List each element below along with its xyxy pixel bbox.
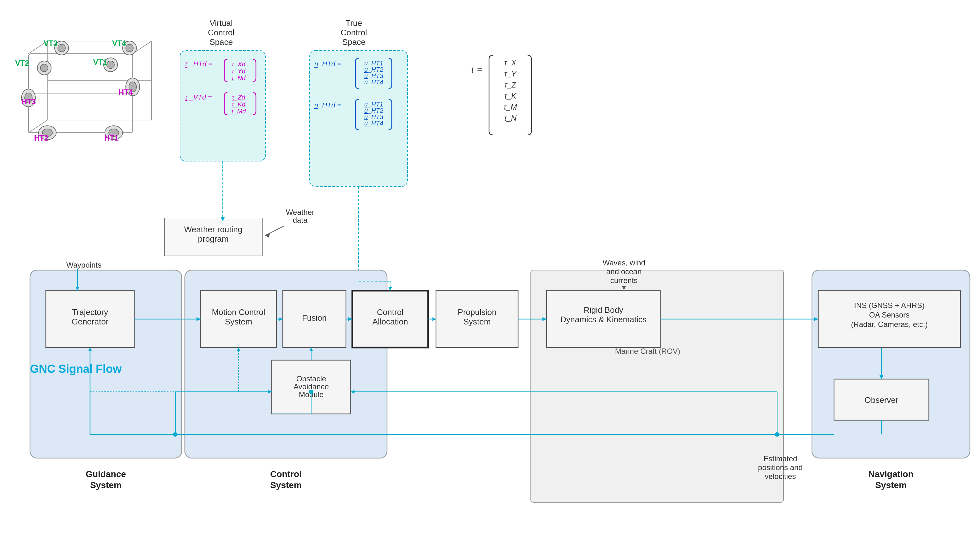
svg-point-13 [126,44,133,52]
svg-rect-95 [436,291,518,347]
svg-text:Control: Control [340,28,367,37]
svg-rect-98 [531,270,783,502]
svg-rect-78 [185,270,387,458]
svg-text:Space: Space [342,37,366,47]
svg-text:GNC Signal Flow: GNC Signal Flow [30,362,122,375]
svg-text:(Radar, Cameras, etc.): (Radar, Cameras, etc.) [851,320,928,328]
svg-text:System: System [90,480,122,490]
svg-text:Allocation: Allocation [372,317,408,327]
svg-rect-91 [272,360,351,414]
diagram-svg: VT3 VT4 VT1 VT2 HT3 HT4 HT1 HT2 Virtual … [0,0,980,545]
svg-text:Rigid Body: Rigid Body [584,305,623,315]
svg-point-21 [129,82,137,92]
svg-text:System: System [875,480,907,490]
svg-point-11 [58,44,65,52]
svg-text:HT3: HT3 [21,97,36,106]
svg-marker-151 [309,347,313,351]
svg-text:τ_Y: τ_Y [504,70,517,78]
svg-text:positions and: positions and [758,463,802,472]
svg-text:u_HT1: u_HT1 [364,101,383,108]
svg-text:Marine Craft (ROV): Marine Craft (ROV) [615,347,681,355]
svg-text:True: True [345,18,363,28]
svg-point-24 [38,126,56,140]
svg-marker-118 [75,287,79,291]
svg-text:HT2: HT2 [34,134,48,142]
svg-text:u_HT2: u_HT2 [364,66,383,73]
svg-text:Dynamics & Kinematics: Dynamics & Kinematics [560,315,646,324]
svg-rect-99 [547,291,660,347]
svg-text:τ_M: τ_M [504,103,517,111]
svg-marker-143 [88,347,92,351]
svg-marker-75 [221,217,224,221]
svg-text:VT4: VT4 [112,39,126,48]
svg-text:Propulsion: Propulsion [458,308,496,317]
svg-rect-67 [164,218,262,256]
svg-rect-0 [29,54,133,133]
svg-rect-88 [352,291,428,347]
svg-rect-103 [818,291,961,347]
svg-text:Obstacle: Obstacle [296,374,326,383]
svg-text:Waypoints: Waypoints [66,261,102,269]
svg-point-146 [775,432,780,437]
svg-text:Waves, wind: Waves, wind [603,258,645,267]
svg-text:velocities: velocities [765,472,796,481]
svg-text:Virtual: Virtual [210,18,232,28]
svg-point-10 [55,41,68,55]
svg-point-152 [309,390,313,394]
svg-text:VT1: VT1 [93,58,107,66]
svg-text:Trajectory: Trajectory [72,308,108,317]
svg-rect-77 [30,270,181,458]
svg-text:and ocean: and ocean [606,267,642,276]
svg-text:VT3: VT3 [44,39,57,48]
svg-marker-140 [880,375,883,379]
svg-marker-130 [278,317,283,321]
svg-text:τ =: τ = [471,64,482,75]
svg-line-2 [133,41,152,54]
svg-text:τ_Z: τ_Z [504,81,517,89]
svg-point-17 [40,64,48,72]
svg-text:u_HT4: u_HT4 [364,79,383,86]
svg-text:HT1: HT1 [104,134,118,142]
svg-marker-73 [266,233,270,237]
svg-marker-149 [268,390,272,394]
svg-text:Motion Control: Motion Control [212,308,265,317]
svg-point-14 [103,58,118,72]
svg-text:τ
      _HTd =: τ _HTd = [185,60,212,68]
svg-rect-49 [310,51,407,186]
svg-text:Navigation: Navigation [868,469,913,479]
svg-text:data: data [293,216,308,224]
svg-marker-128 [197,317,200,321]
svg-marker-138 [814,317,818,321]
svg-text:u_HT3: u_HT3 [364,113,383,120]
svg-text:u_HTd =: u_HTd = [314,60,341,68]
svg-text:INS (GNSS + AHRS): INS (GNSS + AHRS) [854,301,924,310]
svg-text:currents: currents [610,276,638,285]
svg-marker-158 [237,347,240,351]
svg-text:System: System [225,317,253,327]
svg-marker-123 [622,286,626,290]
svg-text:Guidance: Guidance [86,469,126,479]
svg-marker-134 [431,317,436,321]
svg-point-16 [37,61,51,75]
svg-marker-132 [348,317,352,321]
svg-text:τ_N: τ_N [504,114,517,122]
svg-text:Control: Control [377,308,403,317]
svg-point-12 [123,41,137,55]
svg-text:τ_Nd: τ_Nd [232,75,246,81]
svg-text:Space: Space [210,37,233,47]
svg-marker-164 [388,287,392,291]
svg-text:Estimated: Estimated [764,454,797,463]
svg-text:program: program [198,234,229,244]
svg-text:OA Sensors: OA Sensors [869,311,910,319]
svg-line-72 [266,226,284,235]
diagram-container: VT3 VT4 VT1 VT2 HT3 HT4 HT1 HT2 Virtual … [0,0,980,545]
svg-text:Control: Control [208,28,234,37]
svg-text:Weather routing: Weather routing [184,225,243,234]
svg-text:τ_Kd: τ_Kd [232,101,245,108]
svg-text:VT2: VT2 [15,59,29,67]
svg-point-22 [105,126,123,140]
svg-rect-80 [46,291,134,347]
svg-rect-37 [180,51,266,161]
svg-text:Weather: Weather [286,208,314,217]
svg-text:τ_Md: τ_Md [231,108,246,115]
